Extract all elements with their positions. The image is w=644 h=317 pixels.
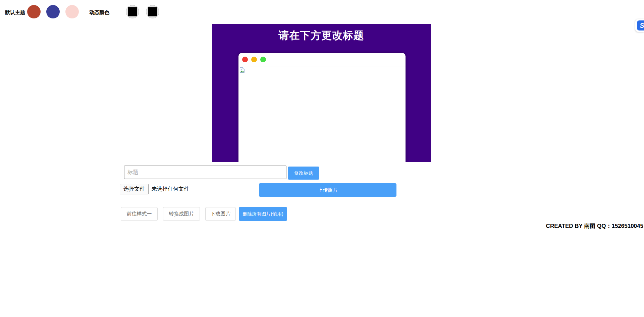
color-picker-input-2[interactable]	[146, 5, 159, 18]
window-dot-yellow-icon	[251, 57, 257, 62]
mockup-titlebar	[238, 53, 406, 66]
color-picker-input-1[interactable]	[126, 5, 139, 18]
delete-all-images-button[interactable]: 删除所有图片(慎用)	[239, 207, 287, 221]
dynamic-color-label: 动态颜色	[89, 9, 109, 16]
upload-photo-button[interactable]: 上传照片	[259, 183, 396, 197]
extension-badge[interactable]: S	[635, 19, 644, 32]
mockup-photo-area	[238, 66, 406, 74]
window-dot-red-icon	[242, 57, 248, 62]
actions-row: 前往样式一 转换成图片 下载图片 删除所有图片(慎用)	[121, 207, 287, 221]
sider-extension-icon[interactable]: S	[637, 20, 644, 30]
default-theme-label: 默认主题	[5, 9, 25, 16]
download-image-button[interactable]: 下载图片	[205, 207, 236, 221]
window-dot-green-icon	[260, 57, 266, 62]
choose-file-button[interactable]: 选择文件	[120, 184, 149, 194]
poster-title: 请在下方更改标题	[212, 28, 431, 43]
poster-preview: 请在下方更改标题	[212, 24, 431, 162]
change-title-button[interactable]: 修改标题	[288, 167, 319, 180]
theme-swatch-blue[interactable]	[46, 5, 60, 18]
file-input-control[interactable]: 选择文件 未选择任何文件	[120, 184, 189, 194]
creator-credit: CREATED BY 南图 QQ：1526510045	[546, 222, 643, 230]
theme-swatch-red[interactable]	[27, 5, 41, 18]
title-input[interactable]	[124, 166, 286, 179]
color-swatch-black	[128, 7, 137, 16]
color-swatch-black	[148, 7, 157, 16]
file-status-text: 未选择任何文件	[152, 186, 189, 193]
go-style-one-button[interactable]: 前往样式一	[121, 207, 158, 221]
broken-image-icon	[239, 67, 245, 73]
browser-window-mockup	[238, 53, 406, 162]
convert-to-image-button[interactable]: 转换成图片	[163, 207, 200, 221]
theme-swatch-pink[interactable]	[65, 5, 79, 18]
